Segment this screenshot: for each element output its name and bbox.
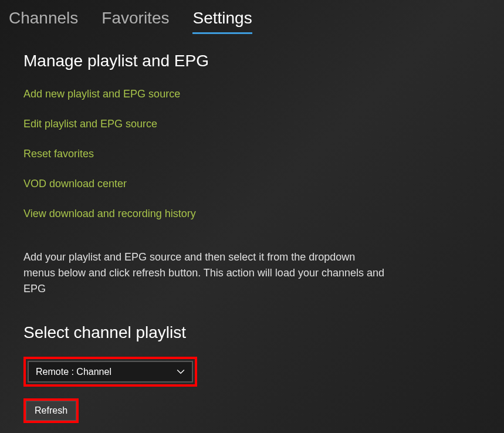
tab-channels[interactable]: Channels bbox=[9, 9, 78, 34]
link-add-playlist[interactable]: Add new playlist and EPG source bbox=[23, 88, 481, 100]
link-edit-playlist[interactable]: Edit playlist and EPG source bbox=[23, 118, 481, 130]
channel-playlist-dropdown[interactable]: Remote : Channel bbox=[28, 361, 193, 383]
settings-content: Manage playlist and EPG Add new playlist… bbox=[0, 34, 504, 433]
description-text: Add your playlist and EPG source and the… bbox=[23, 249, 387, 297]
refresh-button[interactable]: Refresh bbox=[26, 401, 76, 421]
tab-bar: Channels Favorites Settings bbox=[0, 0, 504, 34]
tab-favorites[interactable]: Favorites bbox=[102, 9, 169, 34]
link-download-history[interactable]: View download and recording history bbox=[23, 208, 481, 220]
select-section-title: Select channel playlist bbox=[23, 323, 481, 342]
manage-section-title: Manage playlist and EPG bbox=[23, 52, 481, 70]
link-reset-favorites[interactable]: Reset favorites bbox=[23, 148, 481, 160]
link-vod-download[interactable]: VOD download center bbox=[23, 178, 481, 190]
refresh-highlight: Refresh bbox=[23, 398, 79, 423]
chevron-down-icon bbox=[177, 368, 185, 376]
tab-settings[interactable]: Settings bbox=[192, 9, 252, 34]
dropdown-highlight: Remote : Channel bbox=[23, 357, 197, 387]
dropdown-selected-value: Remote : Channel bbox=[36, 367, 111, 377]
